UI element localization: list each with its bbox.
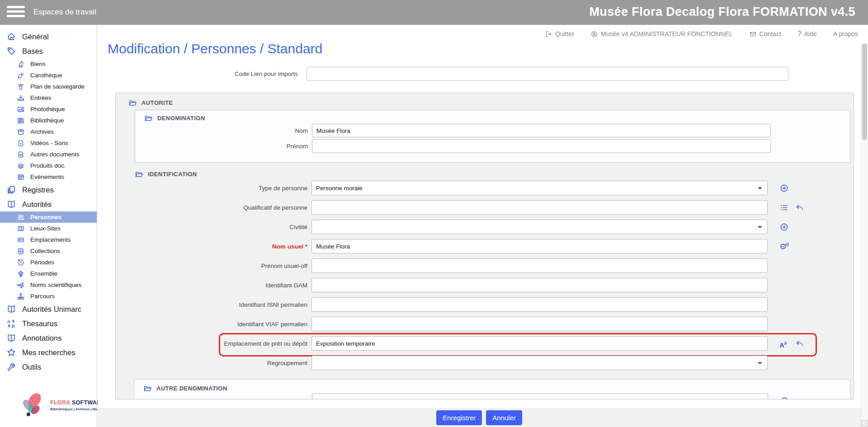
- folder-icon[interactable]: [135, 170, 143, 178]
- history-clock-icon: [17, 258, 25, 267]
- user-account-link[interactable]: Musée v4 ADMINISTRATEUR FONCTIONNEL: [590, 30, 732, 38]
- app-title: Musée Flora Decalog Flora FORMATION v4.5: [589, 5, 855, 19]
- select-civilite[interactable]: [311, 220, 768, 234]
- input-prenom-usuel-off[interactable]: [311, 258, 768, 273]
- shelf-icon: [17, 236, 25, 244]
- autre-denomination-section-header: AUTRE DENOMINATION: [143, 384, 227, 393]
- workspace-label[interactable]: Espaces de travail: [33, 8, 96, 17]
- sidebar-item-label: Autorités Unimarc: [22, 305, 81, 314]
- input-identifiant-isni-permalien[interactable]: [311, 297, 768, 312]
- chevron-down-icon[interactable]: [758, 226, 762, 231]
- sidebar-item-noms-scientifiques[interactable]: Noms scientifiques: [0, 279, 97, 291]
- knight-icon: [17, 60, 25, 68]
- sidebar-item-label: Thesaurus: [22, 319, 57, 328]
- sidebar-item-label: Général: [22, 33, 49, 41]
- cancel-button[interactable]: Annuler: [486, 410, 522, 425]
- plus-circle-icon[interactable]: [779, 183, 789, 193]
- sidebar-item-collections[interactable]: Collections: [0, 245, 97, 257]
- field-action-icons: ⚙⚙: [779, 242, 789, 251]
- help-label: Aide: [804, 30, 817, 38]
- field-label-regroupement: Regroupement: [116, 360, 311, 366]
- sidebar-item-annotations[interactable]: Annotations: [0, 331, 97, 345]
- sidebar-item-evenements[interactable]: Evènements: [0, 171, 97, 183]
- sidebar-item-autorites-unimarc[interactable]: Autorités Unimarc: [0, 302, 97, 316]
- sidebar-item-autres-documents[interactable]: Autres documents: [0, 149, 97, 160]
- form-row-identifiant-gam: Identifiant GAM: [116, 278, 854, 292]
- sidebar-item-label: Autorités: [22, 200, 52, 209]
- undo-icon[interactable]: [795, 203, 804, 212]
- help-link[interactable]: ? Aide: [797, 30, 817, 38]
- sidebar-item-general[interactable]: Général: [0, 29, 97, 44]
- input-emplacement-de-pret-ou-depot[interactable]: Exposition temporaire: [311, 336, 768, 351]
- scrollbar-corner: [861, 420, 868, 427]
- contact-label: Contact: [760, 30, 781, 38]
- gears-icon[interactable]: ⚙⚙: [779, 242, 789, 251]
- sidebar: GénéralBasesBiensCarothèquePlan de sauve…: [0, 25, 97, 427]
- sidebar-item-archives[interactable]: Archives: [0, 126, 97, 137]
- sidebar-item-parcours[interactable]: Parcours: [0, 291, 97, 302]
- form-row-type-de-denomination: Type de dénomination: [134, 394, 850, 399]
- form-row-type-de-personne: Type de personnePersonne morale: [116, 181, 854, 195]
- input-nom-usuel[interactable]: Musée Flora: [311, 239, 768, 253]
- sidebar-item-biens[interactable]: Biens: [0, 58, 97, 70]
- field-label-identifiant-viaf-permalien: Identifiant VIAF permalien: [116, 321, 311, 328]
- form-row-nom-usuel: Nom usuel *Musée Flora⚙⚙: [116, 239, 854, 253]
- field-label-type-de-denomination: Type de dénomination: [134, 398, 312, 400]
- contact-link[interactable]: Contact: [749, 30, 781, 38]
- sidebar-item-thesaurus[interactable]: ABThesaurus: [0, 316, 97, 331]
- select-type-de-personne[interactable]: Personne morale: [311, 181, 768, 195]
- folder-icon[interactable]: [143, 384, 152, 393]
- denomination-box: DENOMINATION NomMusée FloraPrénom: [135, 110, 850, 163]
- open-book-icon: [6, 199, 16, 209]
- sidebar-item-outils[interactable]: Outils: [0, 360, 97, 374]
- chevron-down-icon[interactable]: [758, 362, 762, 367]
- sidebar-item-bases[interactable]: Bases: [0, 44, 97, 58]
- chevron-down-icon[interactable]: [758, 187, 762, 192]
- menu-icon[interactable]: [7, 6, 25, 19]
- sidebar-item-emplacements[interactable]: Emplacements: [0, 234, 97, 245]
- font-ab-icon[interactable]: Ab: [779, 339, 789, 348]
- select-regroupement[interactable]: [311, 356, 768, 370]
- input-identifiant-gam[interactable]: [311, 278, 768, 292]
- brand-primary: FLORA: [50, 399, 70, 406]
- list-icon[interactable]: [779, 203, 789, 212]
- sidebar-item-carotheque[interactable]: Carothèque: [0, 70, 97, 81]
- save-button[interactable]: Enregistrer: [436, 410, 482, 425]
- sidebar-item-entrees[interactable]: Entrées: [0, 92, 97, 103]
- sidebar-item-bibliotheque[interactable]: Bibliothèque: [0, 115, 97, 126]
- sidebar-item-label: Archives: [30, 128, 54, 135]
- undo-icon[interactable]: [795, 339, 804, 348]
- input-prenom[interactable]: [312, 139, 771, 153]
- scrollbar-thumb[interactable]: [862, 43, 867, 140]
- form-row-nom: NomMusée Flora: [135, 124, 850, 137]
- field-action-icons: Ab: [779, 339, 804, 348]
- sidebar-item-label: Personnes: [30, 214, 61, 221]
- vertical-scrollbar[interactable]: [861, 43, 868, 427]
- sidebar-item-produits-doc[interactable]: Produits doc.: [0, 160, 97, 171]
- sidebar-item-videos-sons[interactable]: Vidéos - Sons: [0, 137, 97, 149]
- sidebar-item-periodes[interactable]: Périodes: [0, 257, 97, 268]
- sidebar-item-lieux-sites[interactable]: Lieux-Sites: [0, 223, 97, 234]
- about-link[interactable]: A propos: [833, 30, 858, 38]
- plus-circle-icon[interactable]: [779, 222, 789, 232]
- sidebar-item-autorites[interactable]: Autorités: [0, 197, 97, 211]
- sidebar-item-label: Lieux-Sites: [30, 225, 61, 232]
- sidebar-item-plan-de-sauvegarde[interactable]: Plan de sauvegarde: [0, 81, 97, 92]
- sidebar-item-phototheque[interactable]: Photothèque: [0, 103, 97, 115]
- code-lien-input[interactable]: [307, 67, 788, 81]
- user-circle-icon: [590, 30, 598, 38]
- input-identifiant-viaf-permalien[interactable]: [311, 317, 768, 331]
- folder-icon[interactable]: [128, 99, 137, 107]
- sidebar-item-label: Carothèque: [30, 72, 62, 79]
- identification-section-header: IDENTIFICATION: [135, 170, 197, 178]
- input-qualificatif-de-personne[interactable]: [311, 200, 768, 215]
- input-type-de-denomination[interactable]: [312, 394, 768, 399]
- plus-circle-icon[interactable]: [780, 396, 789, 400]
- sidebar-item-personnes[interactable]: Personnes: [0, 211, 97, 223]
- input-nom[interactable]: Musée Flora: [312, 124, 771, 137]
- sidebar-item-ensemble[interactable]: Ensemble: [0, 268, 97, 279]
- sidebar-item-registres[interactable]: Registres: [0, 183, 97, 197]
- quit-link[interactable]: Quitter: [545, 30, 574, 38]
- sidebar-item-mes-recherches[interactable]: Mes recherches: [0, 345, 97, 360]
- folder-icon[interactable]: [144, 114, 153, 122]
